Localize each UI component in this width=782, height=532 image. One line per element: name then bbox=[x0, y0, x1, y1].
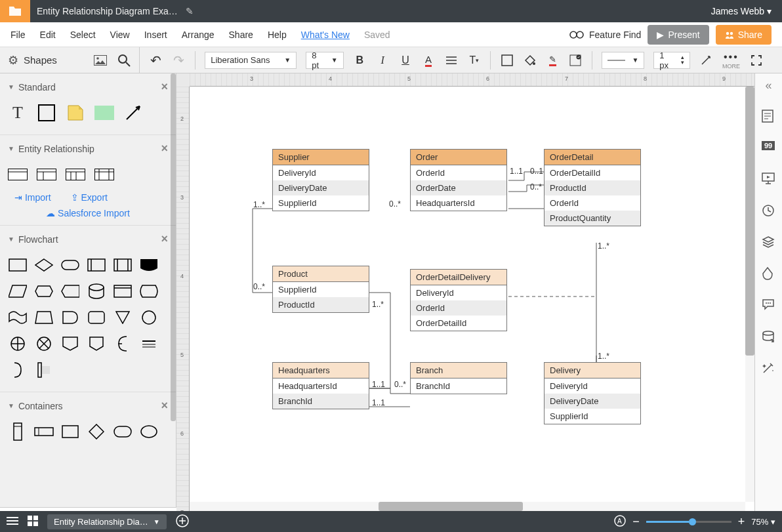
edit-title-icon[interactable]: ✎ bbox=[186, 6, 194, 16]
section-standard-header[interactable]: ▼Standard× bbox=[8, 80, 168, 94]
fc-shape[interactable] bbox=[139, 255, 159, 275]
magic-icon[interactable] bbox=[762, 361, 776, 376]
font-family-select[interactable]: Liberation Sans▼ bbox=[205, 52, 297, 69]
entity-delivery[interactable]: Delivery DeliveryId DeliveryDate Supplie… bbox=[544, 362, 641, 424]
fc-shape[interactable] bbox=[8, 281, 28, 301]
theme-icon[interactable] bbox=[762, 267, 776, 281]
italic-icon[interactable]: I bbox=[376, 53, 390, 68]
import-link[interactable]: ⇥ Import bbox=[14, 192, 51, 203]
er-shape-4[interactable] bbox=[94, 165, 114, 184]
fc-shape[interactable] bbox=[113, 255, 133, 275]
text-tool-icon[interactable]: T▾ bbox=[467, 53, 481, 68]
section-flowchart-header[interactable]: ▼Flowchart× bbox=[8, 232, 168, 246]
fullscreen-icon[interactable] bbox=[749, 53, 764, 68]
fc-shape[interactable] bbox=[8, 308, 28, 327]
fc-shape[interactable] bbox=[8, 360, 28, 380]
bold-icon[interactable]: B bbox=[353, 53, 367, 68]
entity-headquarters[interactable]: Headquarters HeadquartersId BranchId bbox=[272, 362, 369, 409]
menu-file[interactable]: File bbox=[10, 30, 26, 40]
line-color-icon[interactable]: ✎ bbox=[546, 53, 560, 68]
page-icon[interactable] bbox=[762, 110, 776, 124]
line-style-select[interactable]: ▼ bbox=[602, 52, 644, 69]
feature-find[interactable]: Feature Find bbox=[569, 30, 641, 40]
canvas-scrollbar-v[interactable] bbox=[745, 87, 754, 502]
present-button[interactable]: ▶ Present bbox=[648, 25, 709, 45]
zoom-level[interactable]: 75% ▾ bbox=[751, 517, 775, 527]
section-entity-header[interactable]: ▼Entity Relationship× bbox=[8, 142, 168, 155]
menu-whats-new[interactable]: What's New bbox=[301, 30, 350, 40]
section-containers-header[interactable]: ▼Containers× bbox=[8, 399, 168, 413]
gear-icon[interactable]: ⚙ bbox=[8, 53, 18, 68]
block-shape[interactable] bbox=[94, 103, 114, 123]
font-size-select[interactable]: 8 pt▼ bbox=[306, 52, 344, 69]
close-icon[interactable]: × bbox=[161, 399, 168, 413]
salesforce-import-link[interactable]: ☁ Salesforce Import bbox=[8, 204, 168, 218]
fc-shape[interactable] bbox=[34, 308, 54, 327]
menu-view[interactable]: View bbox=[110, 30, 130, 40]
page-tab[interactable]: Entity Relationship Dia…▼ bbox=[47, 514, 167, 529]
fc-shape[interactable] bbox=[34, 255, 54, 275]
shape-tool-icon[interactable] bbox=[500, 53, 514, 68]
more-button[interactable]: ••• MORE bbox=[722, 51, 740, 70]
font-color-icon[interactable]: A bbox=[421, 53, 435, 68]
add-page-icon[interactable] bbox=[176, 514, 189, 529]
er-shape-1[interactable] bbox=[8, 165, 28, 184]
diagram-canvas[interactable]: 1..* 0..* 1..* 0..* 1..1 0..1 0..* 1..* … bbox=[190, 87, 754, 511]
zoom-slider[interactable] bbox=[646, 521, 731, 523]
fc-shape[interactable] bbox=[60, 308, 80, 327]
layers-icon[interactable] bbox=[762, 235, 776, 250]
layout-icon[interactable] bbox=[569, 53, 583, 68]
redo-icon[interactable]: ↷ bbox=[172, 53, 186, 68]
fc-shape[interactable] bbox=[34, 360, 54, 380]
zoom-out-icon[interactable]: − bbox=[632, 515, 640, 529]
export-link[interactable]: ⇪ Export bbox=[71, 192, 108, 203]
folder-icon[interactable] bbox=[0, 0, 30, 22]
grid-view-icon[interactable] bbox=[28, 516, 38, 528]
document-title[interactable]: Entity Relationship Diagram Exa… bbox=[37, 6, 178, 16]
note-shape[interactable] bbox=[66, 103, 85, 123]
container-shape[interactable] bbox=[60, 422, 80, 441]
close-icon[interactable]: × bbox=[161, 80, 168, 94]
container-shape[interactable] bbox=[34, 422, 54, 441]
rect-shape[interactable] bbox=[37, 103, 56, 123]
fc-shape[interactable] bbox=[139, 281, 159, 301]
undo-icon[interactable]: ↶ bbox=[149, 53, 163, 68]
presentation-icon[interactable] bbox=[762, 173, 776, 187]
fc-shape[interactable] bbox=[60, 255, 80, 275]
auto-zoom-icon[interactable]: A bbox=[614, 515, 626, 529]
arrow-shape[interactable] bbox=[123, 103, 143, 123]
entity-orderdetaildelivery[interactable]: OrderDetailDelivery DeliveryId OrderId O… bbox=[410, 269, 507, 331]
entity-order[interactable]: Order OrderId OrderDate HeadquartersId bbox=[410, 149, 507, 211]
container-shape[interactable] bbox=[87, 422, 106, 441]
menu-select[interactable]: Select bbox=[70, 30, 96, 40]
er-shape-2[interactable] bbox=[37, 165, 56, 184]
canvas-scrollbar-h[interactable] bbox=[190, 502, 745, 511]
fc-shape[interactable] bbox=[87, 334, 106, 354]
underline-icon[interactable]: U bbox=[399, 53, 413, 68]
fc-shape[interactable] bbox=[34, 281, 54, 301]
menu-edit[interactable]: Edit bbox=[40, 30, 56, 40]
quote-icon[interactable]: 99 bbox=[762, 141, 776, 155]
fc-shape[interactable] bbox=[8, 255, 28, 275]
fc-shape[interactable] bbox=[139, 308, 159, 327]
fc-shape[interactable] bbox=[60, 334, 80, 354]
fc-shape[interactable] bbox=[8, 334, 28, 354]
fc-shape[interactable] bbox=[87, 255, 106, 275]
close-icon[interactable]: × bbox=[161, 142, 168, 155]
menu-insert[interactable]: Insert bbox=[144, 30, 167, 40]
entity-product[interactable]: Product SupplierId ProductId bbox=[272, 266, 369, 313]
entity-supplier[interactable]: Supplier DeliveryId DeliveryDate Supplie… bbox=[272, 149, 369, 211]
text-shape[interactable]: T bbox=[8, 103, 28, 123]
user-menu[interactable]: James Webb ▾ bbox=[711, 6, 772, 16]
entity-orderdetail[interactable]: OrderDetail OrderDetailId ProductId Orde… bbox=[544, 149, 641, 226]
fc-shape[interactable] bbox=[87, 308, 106, 327]
panel-scrollbar[interactable] bbox=[171, 73, 176, 421]
share-button[interactable]: Share bbox=[716, 25, 772, 45]
connector-icon[interactable] bbox=[699, 53, 713, 68]
close-icon[interactable]: × bbox=[161, 232, 168, 246]
fc-shape[interactable] bbox=[139, 334, 159, 354]
comment-icon[interactable] bbox=[762, 298, 776, 313]
container-shape[interactable] bbox=[8, 422, 28, 441]
image-icon[interactable] bbox=[93, 53, 108, 68]
menu-help[interactable]: Help bbox=[268, 30, 287, 40]
